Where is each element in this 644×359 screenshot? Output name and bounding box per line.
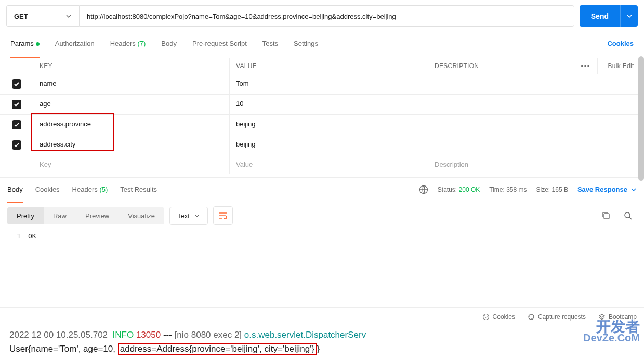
request-bar: GET Send	[0, 0, 644, 27]
send-button[interactable]: Send	[580, 12, 620, 20]
cookies-link[interactable]: Cookies	[607, 36, 634, 50]
param-key[interactable]: address.city	[33, 135, 229, 155]
tab-settings[interactable]: Settings	[294, 36, 318, 50]
vtab-preview[interactable]: Preview	[76, 207, 119, 224]
more-options-icon[interactable]: •••	[574, 58, 597, 74]
param-value[interactable]: 10	[229, 95, 428, 114]
params-table: KEY VALUE DESCRIPTION ••• Bulk Edit name…	[0, 58, 644, 174]
time-block: Time: 358 ms	[489, 186, 527, 193]
tab-prerequest[interactable]: Pre-request Script	[192, 36, 247, 50]
http-method-select[interactable]: GET	[6, 5, 79, 27]
param-row: address.city beijing	[0, 135, 644, 155]
wrap-lines-button[interactable]	[213, 206, 233, 225]
http-method-value: GET	[14, 12, 28, 20]
svg-point-5	[487, 316, 488, 317]
save-response-button[interactable]: Save Response	[577, 185, 637, 193]
row-checkbox[interactable]	[12, 79, 21, 89]
param-row: name Tom	[0, 74, 644, 95]
status-cookies[interactable]: Cookies	[482, 313, 515, 321]
response-text[interactable]: OK	[28, 232, 36, 240]
request-tabs: Params Authorization Headers (7) Body Pr…	[0, 36, 644, 50]
tab-body[interactable]: Body	[161, 36, 177, 50]
rtab-body[interactable]: Body	[7, 182, 23, 196]
param-desc[interactable]	[428, 115, 644, 135]
row-checkbox[interactable]	[12, 120, 21, 129]
tab-params[interactable]: Params	[10, 36, 40, 50]
size-block: Size: 165 B	[536, 186, 568, 193]
vtab-raw[interactable]: Raw	[44, 207, 76, 224]
param-key[interactable]: name	[33, 74, 229, 94]
svg-point-3	[483, 314, 489, 320]
search-icon[interactable]	[619, 207, 637, 224]
status-block: Status: 200 OK	[438, 186, 480, 193]
line-number: 1	[7, 232, 28, 240]
annotation-highlight: address=Address{province='beijing', city…	[118, 343, 317, 355]
param-key-placeholder[interactable]: Key	[33, 155, 229, 174]
row-checkbox[interactable]	[12, 140, 21, 150]
view-mode-tabs: Pretty Raw Preview Visualize	[7, 207, 164, 224]
vtab-pretty[interactable]: Pretty	[7, 207, 44, 224]
params-header-row: KEY VALUE DESCRIPTION ••• Bulk Edit	[0, 58, 644, 74]
console-output: 2022 12 00 10.25.05.702 INFO 13050 --- […	[0, 326, 644, 359]
param-desc[interactable]	[428, 135, 644, 155]
param-desc[interactable]	[428, 95, 644, 114]
params-changed-dot-icon	[36, 42, 40, 46]
param-row-empty: Key Value Description	[0, 155, 644, 174]
status-bar: Cookies Capture requests Bootcamp	[0, 307, 644, 326]
tab-tests[interactable]: Tests	[262, 36, 278, 50]
param-value[interactable]: Tom	[229, 74, 428, 94]
rtab-headers[interactable]: Headers (5)	[72, 182, 108, 196]
view-row: Pretty Raw Preview Visualize Text	[0, 201, 644, 230]
svg-rect-1	[604, 214, 609, 219]
param-value[interactable]: beijing	[229, 115, 428, 135]
param-key[interactable]: age	[33, 95, 229, 114]
globe-icon[interactable]	[419, 185, 428, 194]
response-tabs: Body Cookies Headers (5) Test Results St…	[0, 177, 644, 201]
param-value-placeholder[interactable]: Value	[229, 155, 428, 174]
bulk-edit-link[interactable]: Bulk Edit	[597, 58, 644, 74]
status-capture[interactable]: Capture requests	[528, 313, 586, 321]
send-button-group: Send	[580, 5, 638, 27]
url-input[interactable]	[79, 5, 574, 27]
param-desc[interactable]	[428, 74, 644, 94]
col-header-desc: DESCRIPTION	[428, 58, 574, 74]
param-row: address.province beijing	[0, 115, 644, 135]
tab-authorization[interactable]: Authorization	[55, 36, 95, 50]
row-checkbox[interactable]	[12, 100, 21, 109]
vtab-visualize[interactable]: Visualize	[119, 207, 164, 224]
svg-point-4	[484, 315, 485, 316]
svg-point-6	[485, 317, 486, 318]
svg-point-2	[625, 212, 630, 218]
rtab-cookies[interactable]: Cookies	[35, 182, 60, 196]
col-header-value: VALUE	[229, 58, 428, 74]
send-dropdown[interactable]	[620, 5, 638, 27]
format-select[interactable]: Text	[169, 207, 208, 225]
param-row: age 10	[0, 95, 644, 115]
col-header-key: KEY	[33, 58, 229, 74]
rtab-test-results[interactable]: Test Results	[120, 182, 157, 196]
scrollbar[interactable]	[638, 56, 644, 181]
param-value[interactable]: beijing	[229, 135, 428, 155]
param-desc-placeholder[interactable]: Description	[428, 155, 644, 174]
param-key[interactable]: address.province	[33, 115, 229, 135]
status-bootcamp[interactable]: Bootcamp	[598, 313, 637, 321]
tab-headers[interactable]: Headers (7)	[110, 36, 146, 50]
response-body: 1 OK	[0, 230, 644, 240]
copy-icon[interactable]	[597, 207, 615, 224]
chevron-down-icon	[65, 13, 72, 19]
